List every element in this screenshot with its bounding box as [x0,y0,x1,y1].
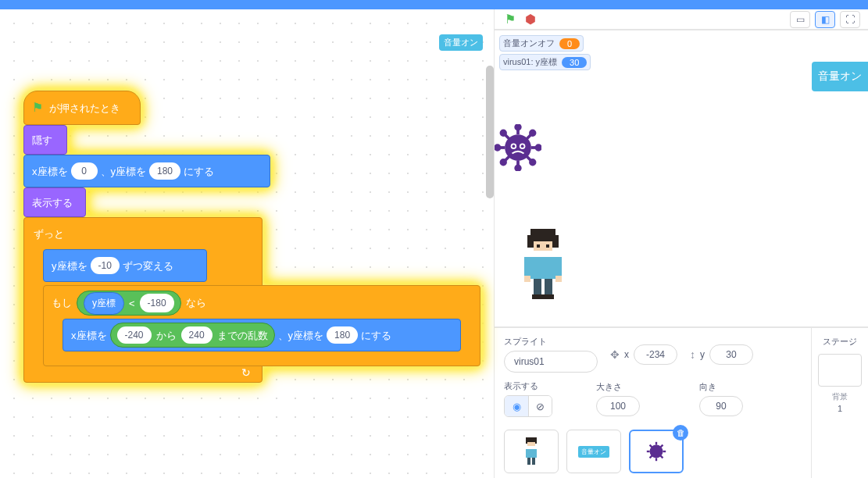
show-label: 表示する [32,198,73,208]
lt-right-input[interactable]: -180 [140,294,174,312]
visible-label: 表示する [504,380,552,392]
if-suffix: なら [186,296,206,310]
svg-rect-36 [543,294,554,299]
sprite-info: スプライト ✥ x ↕ y 表示 [495,328,812,478]
xy-arrows-icon: ✥ [610,348,620,361]
goto-x-input[interactable]: 0 [71,162,98,180]
svg-rect-22 [527,235,534,248]
svg-rect-27 [534,251,552,257]
svg-point-2 [516,125,520,130]
block-forever[interactable]: ずっと y座標を -10 ずつ変える もし y座標 [23,217,263,383]
visible-hide-button[interactable]: ⊘ [528,396,552,416]
right-panel: ⚑ ⬢ ▭ ◧ ⛶ 音量オンオフ 0 virus01: y座標 30 音量オン [494,9,868,478]
stage-size-small-button[interactable]: ▭ [790,11,810,28]
svg-rect-29 [524,257,530,276]
rand-mid: から [156,330,177,341]
green-flag-icon: ⚑ [32,102,43,114]
block-change-y[interactable]: y座標を -10 ずつ変える [43,249,207,282]
block-stack[interactable]: ⚑ が押されたとき 隠す x座標を 0 、y座標を 180 にする 表示する ず [23,91,270,383]
sprite-x-input[interactable] [634,344,677,365]
backdrop-label: 背景 [816,391,863,402]
block-goto-xy-2[interactable]: x座標を -240 から 240 までの乱数 、y座標を 180 にする [63,319,461,351]
sprite-player[interactable] [518,226,568,304]
stop-button[interactable]: ⬢ [523,12,538,27]
svg-line-51 [661,445,663,448]
eye-off-icon: ⊘ [536,401,545,412]
y-label: y [700,349,705,360]
scrollbar[interactable] [486,66,494,198]
script-area[interactable]: 音量オン ⚑ が押されたとき 隠す x座標を 0 、y座標を 180 にする [0,9,494,478]
svg-point-16 [530,130,535,135]
monitor-sound-value: 0 [559,38,580,49]
sprite-virus01[interactable] [495,124,541,171]
goto-y-input[interactable]: 180 [149,162,180,180]
eye-icon: ◉ [513,401,521,412]
sprite-y-input[interactable] [709,344,753,365]
direction-label: 向き [699,381,743,393]
sprite-direction-input[interactable] [699,396,743,416]
svg-rect-33 [534,279,541,294]
svg-point-6 [495,145,500,150]
svg-rect-39 [527,446,535,448]
monitor-virus-y[interactable]: virus01: y座標 30 [499,54,591,70]
lt-op: < [129,298,135,309]
sprite-thumb-player[interactable] [504,430,559,473]
svg-rect-26 [546,244,549,248]
visible-show-button[interactable]: ◉ [505,396,528,416]
player-thumb-icon [518,436,545,467]
sound-thumb-icon: 音量オン [578,446,609,458]
block-goto-xy[interactable]: x座標を 0 、y座標を 180 にする [23,155,270,187]
changey-input[interactable]: -10 [91,257,120,274]
sprite-name-input[interactable] [504,351,598,373]
backdrop-count: 1 [816,404,863,413]
operator-random[interactable]: -240 から 240 までの乱数 [110,323,275,348]
svg-rect-31 [524,276,530,282]
main: 音量オン ⚑ が押されたとき 隠す x座標を 0 、y座標を 180 にする [0,9,868,478]
stage-size-normal-button[interactable]: ◧ [815,11,835,28]
reporter-y-position[interactable]: y座標 [84,292,124,315]
sprite-thumb-sound[interactable]: 音量オン [566,430,621,473]
stage-info: ステージ 背景 1 [812,328,868,478]
goto2-y-input[interactable]: 180 [327,326,358,344]
delete-sprite-button[interactable]: 🗑 [673,425,688,441]
monitor-sound-toggle[interactable]: 音量オンオフ 0 [499,35,584,52]
svg-rect-42 [532,458,535,464]
green-flag-button[interactable]: ⚑ [502,12,518,27]
sprite-size-input[interactable] [596,396,640,416]
goto-prefix: x座標を [32,166,68,177]
monitor-virus-y-label: virus01: y座標 [503,56,557,68]
player-icon [518,226,568,301]
svg-point-14 [501,160,505,165]
stage[interactable]: 音量オンオフ 0 virus01: y座標 30 音量オン [495,30,868,327]
goto-mid: 、y座標を [101,166,147,177]
svg-rect-30 [555,257,562,276]
goto2-suffix: にする [361,330,391,341]
visibility-toggle[interactable]: ◉ ⊘ [504,395,552,417]
svg-rect-40 [526,449,536,458]
app-topbar [0,0,868,9]
hat-when-flag-clicked[interactable]: ⚑ が押されたとき [23,91,141,125]
svg-rect-32 [555,276,562,282]
stage-header: ⚑ ⬢ ▭ ◧ ⛶ [495,9,868,30]
sprite-thumb-virus01[interactable]: 🗑 [629,430,684,473]
operator-less-than[interactable]: y座標 < -180 [77,291,181,316]
svg-point-18 [513,144,516,148]
hat-label: が押されたとき [49,103,120,113]
block-show[interactable]: 表示する [23,187,86,217]
block-if[interactable]: もし y座標 < -180 なら x座標を [43,285,480,366]
svg-rect-28 [530,257,555,279]
svg-line-48 [650,445,652,448]
svg-point-4 [516,166,520,170]
stage-label: ステージ [816,336,863,348]
hide-label: 隠す [32,135,52,145]
rand-b-input[interactable]: 240 [181,326,213,344]
sound-on-button[interactable]: 音量オン [812,62,868,91]
goto2-mid: 、y座標を [278,330,324,341]
sound-chip[interactable]: 音量オン [439,34,483,51]
rand-a-input[interactable]: -240 [117,326,152,344]
stage-size-full-button[interactable]: ⛶ [840,11,860,28]
block-hide[interactable]: 隠す [23,125,67,155]
virus-icon [495,124,541,171]
svg-rect-34 [545,279,552,294]
stage-thumb[interactable] [818,354,862,387]
